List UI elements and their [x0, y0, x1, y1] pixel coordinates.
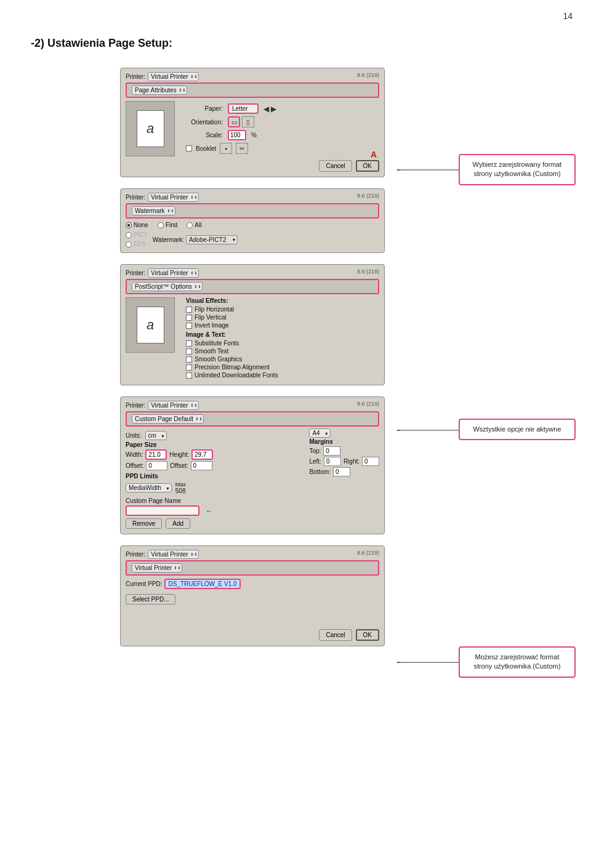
annotation3-arrow	[397, 662, 459, 663]
dialog3-precision[interactable]: Precision Bitmap Alignment	[186, 364, 379, 371]
dialog4-printer-select[interactable]: Virtual Printer	[148, 401, 198, 410]
dialog3-unlimited-checkbox[interactable]	[186, 372, 192, 379]
dialog3-smooth-graphics-checkbox[interactable]	[186, 356, 192, 363]
dialog3-smooth-graphics[interactable]: Smooth Graphics	[186, 356, 379, 363]
dialog3-flip-v[interactable]: Flip Vertical	[186, 314, 379, 321]
dialog5-select-ppd-row: Select PPD...	[126, 594, 379, 605]
dialog2-radio-first[interactable]: First	[158, 222, 177, 228]
dialog5-current-ppd-label: Current PPD:	[126, 581, 162, 587]
dialog4-width-input[interactable]	[145, 449, 167, 460]
dialog3-unlimited-label: Unlimited Downloadable Fonts	[195, 372, 278, 379]
dialog3-flip-h[interactable]: Flip Horizontal	[186, 306, 379, 313]
dialog3-smooth-text-checkbox[interactable]	[186, 348, 192, 355]
dialogs-container: 8.6 (219) Printer: Virtual Printer Page …	[120, 68, 385, 646]
dialog2-radio-pict[interactable]: PICT	[126, 231, 148, 238]
dialog4-units-select[interactable]: cm	[145, 431, 167, 440]
dialog1-ok-btn[interactable]: OK	[356, 160, 379, 172]
dialog2-radio-all[interactable]: All	[187, 222, 201, 228]
dialog4-right-input[interactable]	[362, 457, 379, 466]
dialog4-custom-name-input[interactable]	[126, 505, 199, 516]
dialog2-radio-all-label: All	[195, 222, 201, 228]
dialog1-portrait-btn[interactable]: ▭	[228, 116, 240, 127]
dialog2-radio-eps[interactable]: EPS	[126, 241, 148, 247]
dialog3-section-select[interactable]: PostScript™ Options	[132, 282, 203, 291]
dialog1-cancel-btn[interactable]: Cancel	[319, 160, 352, 172]
dialog4-offset2-input[interactable]	[191, 461, 212, 470]
dialog4-section-select-wrapper[interactable]: Custom Page Default	[132, 416, 204, 422]
dialog2-radio-none[interactable]: None	[126, 222, 148, 228]
dialog5-printer-select[interactable]: Virtual Printer	[148, 550, 198, 559]
dialog3-printer-select[interactable]: Virtual Printer	[148, 268, 198, 278]
dialog4-media-select-wrapper[interactable]: MediaWidth	[126, 484, 172, 491]
dialog3-section: PostScript™ Options	[126, 279, 379, 294]
dialog4-units-select-wrapper[interactable]: cm	[145, 432, 167, 439]
dialog4-a4-select-wrapper[interactable]: A4	[309, 430, 330, 436]
dialog3-section-select-wrapper[interactable]: PostScript™ Options	[132, 283, 203, 290]
dialog-custom-page: 8.6 (219) Printer: Virtual Printer Custo…	[120, 396, 385, 534]
dialog1-booklet-checkbox[interactable]	[186, 145, 192, 151]
dialog5-printer-select-wrapper[interactable]: Virtual Printer	[148, 551, 198, 558]
dialog3-invert-checkbox[interactable]	[186, 323, 192, 329]
dialog3-smooth-text[interactable]: Smooth Text	[186, 348, 379, 355]
dialog3-substitute-checkbox[interactable]	[186, 340, 192, 347]
dialog4-media-select[interactable]: MediaWidth	[126, 483, 172, 492]
dialog5-section: Virtual Printer	[126, 560, 379, 576]
dialog1-booklet-label: Booklet	[196, 145, 216, 152]
dialog2-printer-select[interactable]: Virtual Printer	[148, 193, 198, 202]
dialog4-section-select[interactable]: Custom Page Default	[132, 414, 204, 424]
dialog2-section-select-wrapper[interactable]: Watermark	[132, 207, 175, 214]
dialog2-radio-first-dot	[158, 222, 164, 228]
dialog1-printer-select[interactable]: Virtual Printer	[148, 72, 198, 81]
dialog3-preview: a	[126, 297, 175, 353]
dialog2-watermark-value[interactable]: Adobe-PICT2	[186, 235, 238, 244]
dialog1-booklet-icon1[interactable]: ▪	[220, 143, 232, 154]
dialog1-preview-letter: a	[147, 121, 154, 137]
dialog1-printer-select-wrapper[interactable]: Virtual Printer	[148, 73, 198, 80]
dialog1-scale-input[interactable]	[228, 130, 246, 140]
dialog3-flip-v-checkbox[interactable]	[186, 315, 192, 321]
dialog4-offset1-input[interactable]	[146, 461, 167, 470]
dialog5-ok-btn[interactable]: OK	[356, 629, 379, 641]
dialog5-select-ppd-btn[interactable]: Select PPD...	[126, 594, 175, 605]
annotation1-arrow	[397, 169, 459, 171]
dialog5-printer-label: Printer:	[126, 551, 145, 558]
dialog2-watermark-select-wrapper[interactable]: Adobe-PICT2	[186, 236, 238, 243]
dialog4-bottom-input[interactable]	[333, 467, 350, 476]
dialog1-section-select[interactable]: Page Attributes	[132, 86, 187, 95]
dialog2-printer-select-wrapper[interactable]: Virtual Printer	[148, 194, 198, 201]
dialog4-a4-select[interactable]: A4	[309, 428, 330, 438]
dialog3-preview-paper: a	[137, 307, 164, 344]
dialog2-section-select[interactable]: Watermark	[132, 206, 175, 215]
dialog3-unlimited[interactable]: Unlimited Downloadable Fonts	[186, 372, 379, 379]
dialog5-section-select[interactable]: Virtual Printer	[132, 563, 182, 573]
dialog4-max-section: Max 508	[175, 481, 186, 494]
dialog4-top-input[interactable]	[323, 446, 340, 456]
dialog3-substitute[interactable]: Substitute Fonts	[186, 340, 379, 347]
dialog3-flip-h-label: Flip Horizontal	[195, 306, 234, 313]
dialog3-printer-select-wrapper[interactable]: Virtual Printer	[148, 270, 198, 276]
dialog4-arrow-right: ←	[206, 507, 213, 515]
page-heading: -2) Ustawienia Page Setup:	[31, 37, 172, 50]
dialog2-printer-row: Printer: Virtual Printer	[126, 194, 379, 201]
dialog4-ppd-title: PPD Limits	[126, 473, 303, 480]
dialog3-precision-checkbox[interactable]	[186, 364, 192, 371]
dialog5-cancel-btn[interactable]: Cancel	[319, 629, 352, 641]
dialog4-remove-btn[interactable]: Remove	[126, 518, 162, 529]
dialog1-section-select-wrapper[interactable]: Page Attributes	[132, 87, 187, 94]
dialog4-printer-select-wrapper[interactable]: Virtual Printer	[148, 402, 198, 409]
dialog4-left-label: Left:	[309, 458, 321, 465]
dialog3-invert[interactable]: Invert Image	[186, 322, 379, 329]
dialog4-left-input[interactable]	[324, 457, 341, 466]
dialog3-flip-h-checkbox[interactable]	[186, 307, 192, 313]
dialog1-paper-label: Paper:	[186, 105, 223, 112]
dialog3-printer-label: Printer:	[126, 270, 145, 276]
dialog4-add-btn[interactable]: Add	[166, 518, 190, 529]
dialog1-booklet-icon2[interactable]: ✂	[236, 143, 248, 154]
dialog4-height-input[interactable]	[191, 449, 213, 460]
dialog1-booklet-row: Booklet ▪ ✂	[186, 143, 276, 154]
dialog3-visual-title: Visual Effects:	[186, 297, 379, 304]
dialog5-section-select-wrapper[interactable]: Virtual Printer	[132, 565, 182, 571]
dialog1-landscape-btn[interactable]: ▯	[242, 116, 254, 127]
dialog4-bottom-label: Bottom:	[309, 468, 330, 475]
dialog-virtual-printer: 8.6 (219) Printer: Virtual Printer Virtu…	[120, 545, 385, 646]
